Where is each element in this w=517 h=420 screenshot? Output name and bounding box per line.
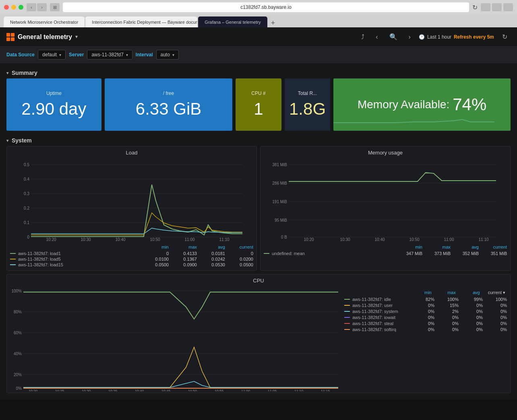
system-current: 0% [491, 309, 507, 314]
load15-current: 0.0500 [233, 262, 253, 267]
cpu-legend-row-softirq: aws-11-382fd7: softirq 0% 0% 0% 0% [344, 327, 507, 332]
load15-min: 0.0500 [149, 262, 169, 267]
system-section-title: System [12, 137, 32, 144]
steal-current: 0% [491, 321, 507, 326]
load-legend-current-header: current [233, 245, 253, 249]
cpu-chart-area: 100% 80% 60% 40% 20% 0% [7, 287, 341, 393]
memory-value: 74% [453, 95, 486, 114]
tab-docs[interactable]: Interconnection Fabric Deployment — Bayw… [85, 16, 198, 27]
sidebar-toggle-button[interactable]: ⊞ [50, 3, 60, 11]
svg-text:11:15: 11:15 [321, 389, 330, 391]
user-label: aws-11-382fd7: user [352, 303, 416, 308]
svg-text:10:30: 10:30 [82, 389, 91, 391]
zoom-in-button[interactable]: 🔍 [386, 31, 401, 42]
load1-current: 0 [233, 251, 253, 256]
iowait-label: aws-11-382fd7: iowait [352, 315, 416, 320]
cpu-current-header: current ▾ [488, 290, 505, 295]
user-current: 0% [491, 303, 507, 308]
back-nav-button[interactable]: ‹ [372, 32, 381, 42]
charts-row-1: Load 0.5 0.4 0.3 0.2 0.1 0 [6, 146, 511, 271]
zoom-button[interactable] [503, 3, 513, 11]
cpu-chart-svg: 100% 80% 60% 40% 20% 0% [7, 287, 341, 391]
memory-usage-chart-panel: Memory usage 381 MiB 286 MiB 191 MiB 95 … [260, 146, 511, 271]
mem-legend-avg-header: avg [459, 245, 479, 249]
load1-color [10, 253, 16, 254]
load5-max: 0.1367 [177, 257, 197, 261]
load5-values: 0.0100 0.1367 0.0242 0.0200 [149, 257, 253, 261]
cpu-legend-row-iowait: aws-11-382fd7: iowait 0% 0% 0% 0% [344, 315, 507, 320]
back-button[interactable]: ‹ [27, 3, 36, 11]
address-bar[interactable]: c1382fd7.sb.bayware.io [63, 2, 469, 12]
cpu-label: CPU # [251, 91, 265, 96]
memory-sparkline [333, 115, 494, 131]
summary-collapse-icon: ▾ [6, 71, 8, 75]
load1-avg: 0.0181 [205, 251, 225, 256]
server-dropdown[interactable]: aws-11-382fd7 ▾ [87, 50, 132, 60]
interval-label: Interval [136, 52, 153, 58]
minimize-button[interactable] [11, 5, 16, 10]
interval-dropdown[interactable]: auto ▾ [156, 50, 179, 60]
browser-titlebar: ‹ › ⊞ c1382fd7.sb.bayware.io ↻ [0, 0, 517, 14]
idle-label: aws-11-382fd7: idle [352, 297, 416, 302]
cpu-legend-row-user: aws-11-382fd7: user 0% 15% 0% 0% [344, 303, 507, 308]
share-button[interactable]: ⤴ [358, 32, 368, 42]
svg-text:10:50: 10:50 [188, 389, 197, 391]
svg-text:11:00: 11:00 [444, 237, 454, 241]
load5-avg: 0.0242 [205, 257, 225, 261]
maximize-button[interactable] [19, 5, 23, 10]
memory-panel: Memory Available: 74% [333, 78, 511, 131]
forward-nav-button[interactable]: › [405, 32, 414, 42]
legend-row-mem-mean: undefined: mean 347 MiB 373 MiB 352 MiB … [264, 251, 507, 256]
server-value: aws-11-382fd7 [91, 52, 123, 58]
load-chart-area: 0.5 0.4 0.3 0.2 0.1 0 10 [7, 159, 256, 242]
system-min: 0% [418, 309, 434, 314]
mem-legend-min-header: min [402, 245, 422, 249]
mem-legend-max-header: max [430, 245, 451, 249]
summary-section-header[interactable]: ▾ Summary [6, 66, 511, 78]
summary-panels-row: Uptime 2.90 day / free 6.33 GiB CPU # 1 … [6, 78, 511, 131]
summary-section-title: Summary [12, 70, 37, 76]
grafana-toolbar: Data Source default ▾ Server aws-11-382f… [0, 47, 517, 63]
user-max: 15% [443, 303, 459, 308]
new-tab-button[interactable]: + [268, 19, 279, 27]
svg-text:10:45: 10:45 [161, 389, 171, 391]
share-button[interactable] [492, 3, 502, 11]
load1-values: 0 0.4133 0.0181 0 [149, 251, 253, 256]
browser-actions [481, 3, 513, 11]
tab-network[interactable]: Network Microservice Orchestrator [3, 16, 85, 27]
close-button[interactable] [4, 5, 9, 10]
cpu-chart-title: CPU [7, 274, 510, 287]
refresh-text: Refresh every 5m [454, 34, 494, 40]
softirq-min: 0% [418, 327, 434, 332]
cpu-inner: 100% 80% 60% 40% 20% 0% [7, 287, 510, 393]
svg-text:95 MiB: 95 MiB [275, 218, 287, 222]
data-source-dropdown[interactable]: default ▾ [38, 50, 66, 60]
traffic-lights [4, 5, 23, 10]
grafana-body: ▾ Summary Uptime 2.90 day / free 6.33 Gi… [0, 63, 517, 399]
system-section-header[interactable]: ▾ System [6, 134, 511, 146]
svg-text:80%: 80% [14, 310, 22, 314]
user-color [344, 305, 350, 306]
load15-avg: 0.0530 [205, 262, 225, 267]
grafana-logo-icon [6, 33, 14, 41]
user-values: 0% 15% 0% 0% [418, 303, 507, 308]
cpu-panel: CPU # 1 [236, 78, 281, 131]
time-range[interactable]: 🕐 Last 1 hour Refresh every 5m [419, 34, 494, 40]
tab-grafana[interactable]: Grafana – General telemetry [198, 16, 267, 27]
steal-values: 0% 0% 0% 0% [418, 321, 507, 326]
svg-text:10:50: 10:50 [409, 237, 419, 241]
refresh-button[interactable]: ↻ [499, 31, 511, 42]
mem-legend-current-header: current [487, 245, 507, 249]
forward-button[interactable]: › [37, 3, 47, 11]
download-button[interactable] [481, 3, 490, 11]
legend-row-load15: aws-11-382fd7: load15 0.0500 0.0900 0.05… [10, 262, 253, 267]
svg-text:20%: 20% [14, 373, 22, 377]
title-dropdown-icon[interactable]: ▾ [75, 34, 78, 39]
data-source-arrow: ▾ [59, 53, 61, 57]
softirq-avg: 0% [467, 327, 483, 332]
load-legend-max-header: max [177, 245, 197, 249]
reload-button[interactable]: ↻ [472, 4, 478, 11]
cpu-avg-header: avg [464, 290, 480, 295]
svg-text:0.4: 0.4 [24, 177, 29, 181]
load5-color [10, 259, 16, 259]
